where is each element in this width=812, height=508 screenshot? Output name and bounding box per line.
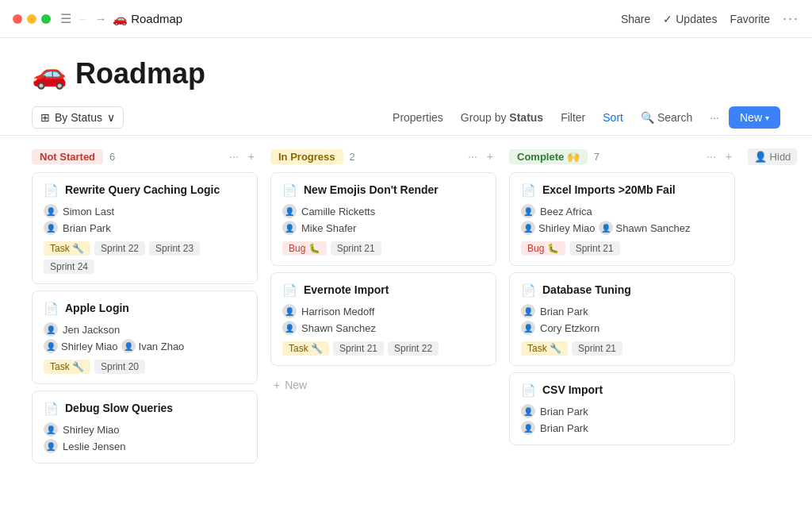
- tag-bug: Bug 🐛: [282, 241, 327, 256]
- card-title: Evernote Import: [304, 283, 389, 297]
- assignee-name: Ivan Zhao: [139, 341, 185, 352]
- minimize-button[interactable]: [27, 14, 36, 24]
- assignee-name: Harrison Medoff: [301, 306, 374, 318]
- favorite-button[interactable]: Favorite: [730, 13, 770, 25]
- toolbar-right: Properties Group by Status Filter Sort 🔍…: [385, 106, 780, 129]
- tag-task: Task 🔧: [44, 360, 90, 374]
- chevron-down-icon: ▾: [765, 114, 769, 122]
- card[interactable]: 📄Evernote Import👤Harrison Medoff👤Shawn S…: [270, 272, 496, 366]
- assignee-row: 👤Shirley Miao👤Ivan Zhao: [44, 339, 246, 353]
- assignee-name: Shirley Miao: [61, 341, 118, 352]
- column-add-button[interactable]: +: [484, 148, 496, 164]
- sprint-tag: Sprint 22: [388, 341, 439, 356]
- forward-arrow[interactable]: →: [95, 13, 106, 25]
- toolbar-more-button[interactable]: ···: [702, 107, 727, 128]
- table-icon: ⊞: [40, 111, 50, 124]
- avatar: 👤: [521, 321, 535, 335]
- avatar: 👤: [44, 439, 58, 453]
- card[interactable]: 📄Debug Slow Queries👤Shirley Miao👤Leslie …: [32, 391, 258, 464]
- tag-bug: Bug 🐛: [521, 241, 565, 256]
- document-icon: 📄: [521, 383, 536, 398]
- hidden-badge: 👤 Hidd: [748, 148, 797, 165]
- card-title: Database Tuning: [542, 283, 631, 297]
- close-button[interactable]: [13, 14, 22, 24]
- checkmark-icon: ✓: [663, 13, 672, 25]
- updates-button[interactable]: ✓ Updates: [663, 13, 717, 25]
- card-title-row: 📄Database Tuning: [521, 283, 723, 298]
- assignee-row: 👤Brian Park: [521, 404, 723, 418]
- group-by-button[interactable]: Group by Status: [453, 107, 551, 128]
- share-button[interactable]: Share: [621, 13, 650, 25]
- card-assignees: 👤Simon Last👤Brian Park: [44, 204, 246, 235]
- card[interactable]: 📄Apple Login👤Jen Jackson👤Shirley Miao👤Iv…: [32, 291, 258, 384]
- column-more-button[interactable]: ···: [465, 148, 481, 164]
- assignee-name: Shawn Sanchez: [301, 322, 376, 334]
- document-icon: 📄: [282, 183, 297, 198]
- assignee-name: Brian Park: [63, 222, 111, 234]
- column-header-complete: Complete 🙌7···+: [509, 148, 735, 164]
- card[interactable]: 📄Excel Imports >20Mb Fail👤Beez Africa👤Sh…: [509, 172, 735, 266]
- sprint-tag: Sprint 21: [331, 241, 381, 256]
- avatar: 👤: [44, 221, 58, 235]
- sprint-tag: Sprint 21: [572, 341, 622, 356]
- search-button[interactable]: 🔍 Search: [633, 107, 700, 128]
- column-status-badge: In Progress: [270, 149, 343, 164]
- card-title: Rewrite Query Caching Logic: [65, 183, 220, 197]
- column-count: 6: [109, 151, 115, 163]
- assignee-row: 👤Shirley Miao: [44, 422, 246, 437]
- assignee-name: Beez Africa: [540, 206, 592, 217]
- assignee-name: Jen Jackson: [63, 324, 120, 336]
- add-new-item-button[interactable]: + New: [270, 372, 496, 398]
- sprint-tag: Sprint 23: [149, 241, 200, 256]
- document-icon: 📄: [44, 302, 59, 316]
- card[interactable]: 📄Rewrite Query Caching Logic👤Simon Last👤…: [32, 172, 258, 284]
- column-count: 2: [350, 151, 355, 163]
- avatar: 👤: [44, 339, 58, 353]
- card[interactable]: 📄Database Tuning👤Brian Park👤Cory Etzkorn…: [509, 272, 735, 366]
- avatar: 👤: [521, 304, 535, 318]
- more-actions-button[interactable]: ···: [783, 10, 799, 27]
- cards-container-in-progress: 📄New Emojis Don't Render👤Camille Rickett…: [270, 172, 496, 398]
- card-title: Debug Slow Queries: [65, 401, 173, 415]
- card-tags: Task 🔧Sprint 22Sprint 23Sprint 24: [44, 241, 246, 274]
- sort-button[interactable]: Sort: [595, 107, 631, 128]
- properties-button[interactable]: Properties: [385, 107, 451, 128]
- card-title: Excel Imports >20Mb Fail: [542, 183, 676, 197]
- avatar: 👤: [282, 321, 297, 335]
- assignee-name: Mike Shafer: [301, 222, 356, 234]
- document-icon: 📄: [521, 283, 536, 298]
- assignee-row: 👤Harrison Medoff: [282, 304, 485, 318]
- card[interactable]: 📄New Emojis Don't Render👤Camille Rickett…: [270, 172, 496, 266]
- sprint-tag: Sprint 21: [333, 341, 384, 356]
- column-add-button[interactable]: +: [245, 148, 258, 164]
- card-assignees: 👤Camille Ricketts👤Mike Shafer: [282, 204, 485, 235]
- avatar: 👤: [121, 339, 136, 353]
- chevron-down-icon: ∨: [107, 111, 115, 124]
- assignee-row: 👤Leslie Jensen: [44, 439, 246, 453]
- titlebar: ☰ ← → 🚗 Roadmap Share ✓ Updates Favorite…: [0, 0, 812, 38]
- card-tags: Task 🔧Sprint 21Sprint 22: [282, 341, 485, 356]
- column-add-button[interactable]: +: [722, 148, 735, 164]
- maximize-button[interactable]: [41, 14, 51, 24]
- avatar: 👤: [282, 304, 297, 318]
- column-more-button[interactable]: ···: [226, 148, 242, 164]
- back-arrow[interactable]: ←: [78, 13, 89, 25]
- filter-button[interactable]: Filter: [553, 107, 593, 128]
- card-title: New Emojis Don't Render: [304, 183, 439, 197]
- by-status-button[interactable]: ⊞ By Status ∨: [32, 106, 124, 129]
- card[interactable]: 📄CSV Import👤Brian Park👤Brian Park: [509, 372, 735, 445]
- column-in-progress: In Progress2···+📄New Emojis Don't Render…: [270, 148, 496, 398]
- card-tags: Bug 🐛Sprint 21: [521, 241, 723, 256]
- sprint-tag: Sprint 21: [569, 241, 620, 256]
- column-status-badge: Not Started: [32, 149, 103, 164]
- hamburger-icon[interactable]: ☰: [60, 11, 71, 26]
- assignee-name: Camille Ricketts: [301, 206, 375, 217]
- card-title-row: 📄Debug Slow Queries: [44, 401, 246, 416]
- column-header-actions: ···+: [703, 148, 735, 164]
- new-button[interactable]: New ▾: [729, 106, 780, 129]
- card-tags: Task 🔧Sprint 21: [521, 341, 723, 356]
- column-more-button[interactable]: ···: [703, 148, 719, 164]
- column-not-started: Not Started6···+📄Rewrite Query Caching L…: [32, 148, 258, 464]
- assignee-row: 👤Camille Ricketts: [282, 204, 485, 218]
- card-title-row: 📄Excel Imports >20Mb Fail: [521, 183, 723, 198]
